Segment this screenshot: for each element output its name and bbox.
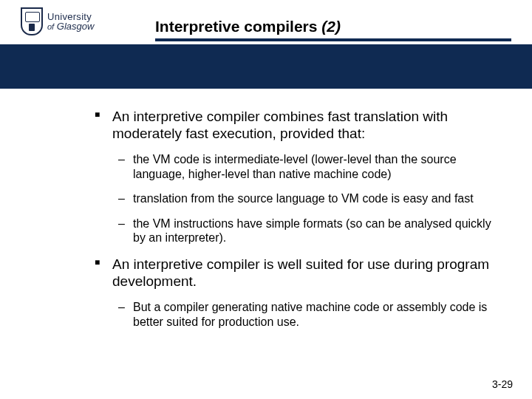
slide-title: Interpretive compilers (2)	[155, 18, 341, 35]
university-logo: University of Glasgow	[21, 7, 94, 35]
content-area: An interpretive compiler combines fast t…	[0, 89, 532, 339]
bullet-level2: the VM instructions have simple formats …	[81, 216, 502, 245]
bullet-text: An interpretive compiler combines fast t…	[112, 109, 448, 141]
bullet-level2: translation from the source language to …	[81, 191, 502, 206]
header: University of Glasgow Interpretive compi…	[0, 0, 532, 43]
bullet-level1: An interpretive compiler is well suited …	[81, 256, 502, 290]
bullet-level1: An interpretive compiler combines fast t…	[81, 108, 502, 142]
title-underline	[155, 38, 511, 41]
bullet-level2: But a compiler generating native machine…	[81, 300, 502, 329]
bullet-text: the VM code is intermediate-level (lower…	[133, 153, 457, 180]
bullet-level2: the VM code is intermediate-level (lower…	[81, 152, 502, 181]
crest-icon	[21, 7, 43, 35]
bullet-text: But a compiler generating native machine…	[133, 301, 487, 328]
title-main: Interpretive compilers	[155, 18, 321, 35]
bullet-text: An interpretive compiler is well suited …	[112, 256, 489, 289]
bullet-text: the VM instructions have simple formats …	[133, 217, 491, 245]
page-number: 3-29	[492, 378, 513, 390]
slide: University of Glasgow Interpretive compi…	[0, 0, 532, 399]
header-band	[0, 44, 532, 89]
bullet-text: translation from the source language to …	[133, 192, 474, 205]
university-name: University of Glasgow	[47, 12, 94, 31]
logo-line2: of Glasgow	[47, 21, 94, 31]
title-paren: (2)	[321, 18, 341, 35]
